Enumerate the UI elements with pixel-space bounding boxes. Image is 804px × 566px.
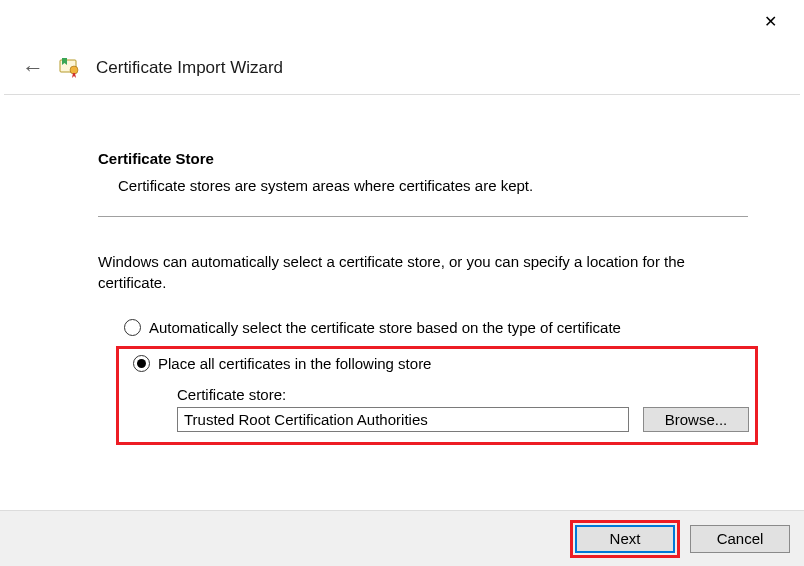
wizard-window: ✕ ← Certificate Import Wizard Certificat… xyxy=(0,0,804,566)
section-description: Certificate stores are system areas wher… xyxy=(118,177,748,194)
radio-manual-label: Place all certificates in the following … xyxy=(158,356,431,371)
radio-manual-select[interactable]: Place all certificates in the following … xyxy=(133,355,749,372)
certificate-wizard-icon xyxy=(58,56,82,80)
radio-auto-select[interactable]: Automatically select the certificate sto… xyxy=(124,319,748,336)
certificate-store-label: Certificate store: xyxy=(177,386,749,403)
wizard-title: Certificate Import Wizard xyxy=(96,58,283,78)
wizard-header: ← Certificate Import Wizard xyxy=(22,56,283,80)
header-divider xyxy=(4,94,800,95)
section-divider xyxy=(98,216,748,217)
radio-selected-dot-icon xyxy=(137,359,146,368)
body-intro-text: Windows can automatically select a certi… xyxy=(98,251,748,293)
radio-icon xyxy=(124,319,141,336)
close-icon: ✕ xyxy=(764,12,777,31)
certificate-store-input[interactable] xyxy=(177,407,629,432)
section-title: Certificate Store xyxy=(98,150,748,167)
svg-point-1 xyxy=(70,66,78,74)
wizard-content: Certificate Store Certificate stores are… xyxy=(98,150,748,445)
radio-icon xyxy=(133,355,150,372)
browse-button[interactable]: Browse... xyxy=(643,407,749,432)
wizard-footer: Next Cancel xyxy=(0,510,804,566)
radio-auto-label: Automatically select the certificate sto… xyxy=(149,320,621,335)
certificate-store-group: Certificate store: Browse... xyxy=(177,386,749,432)
next-button[interactable]: Next xyxy=(575,525,675,553)
back-arrow-icon[interactable]: ← xyxy=(22,57,44,79)
certificate-store-row: Browse... xyxy=(177,407,749,432)
close-button[interactable]: ✕ xyxy=(750,6,790,36)
cancel-button[interactable]: Cancel xyxy=(690,525,790,553)
annotation-highlight-next: Next xyxy=(570,520,680,558)
annotation-highlight-box: Place all certificates in the following … xyxy=(116,346,758,445)
